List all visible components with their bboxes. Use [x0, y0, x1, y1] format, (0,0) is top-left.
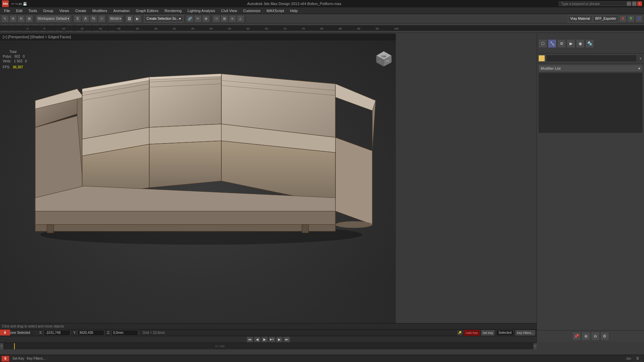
auto-key-button[interactable]: Auto Key [464, 330, 480, 336]
key-mode-button[interactable]: 🔑 [457, 330, 463, 336]
search-field[interactable]: Type a keyword or phrase [559, 1, 626, 6]
menu-create[interactable]: Create [72, 8, 89, 13]
svg-text:25: 25 [117, 27, 120, 30]
selected-badge: Selected [496, 330, 514, 336]
svg-text:FR: FR [386, 60, 389, 62]
menu-tools[interactable]: Tools [26, 8, 40, 13]
menu-civil-view[interactable]: Civil View [218, 8, 239, 13]
svg-marker-29 [149, 141, 221, 188]
separator5 [143, 15, 143, 22]
bind-to-space[interactable]: ⊕ [202, 15, 210, 22]
fps-counter-right: 0 [633, 356, 643, 362]
svg-text:5: 5 [44, 27, 45, 30]
set-key-button[interactable]: Set Key [481, 330, 495, 336]
menu-graph-editors[interactable]: Graph Editors [133, 8, 161, 13]
menu-lighting-analysis[interactable]: Lighting Analysis [185, 8, 218, 13]
vray-material-button[interactable]: Vray Material [568, 15, 592, 22]
coord-bar: 🔒 None Selected X: -1031,748 Y: 3620,435… [0, 329, 537, 336]
current-frame-box[interactable]: 6 [1, 356, 9, 362]
z-coord[interactable]: 0,0mm [111, 330, 138, 336]
menu-file[interactable]: File [1, 8, 13, 13]
timeline-track[interactable]: < 0 / 100 > [0, 343, 537, 349]
array-tool[interactable]: ⊞ [221, 15, 228, 22]
move-tool[interactable]: ✛ [9, 15, 17, 22]
create-panel-button[interactable]: ⬡ [538, 39, 547, 48]
y-coord[interactable]: 3620,435 [77, 330, 104, 336]
object-name-input[interactable] [546, 55, 637, 62]
menu-rendering[interactable]: Rendering [162, 8, 184, 13]
prev-frame-button[interactable]: ◀ [254, 337, 261, 343]
hierarchy-panel-button[interactable]: ⚙ [557, 39, 566, 48]
menu-customize[interactable]: Customize [240, 8, 263, 13]
separator8 [246, 15, 246, 22]
render-frame[interactable]: ▶ [134, 15, 141, 22]
viewport-canvas[interactable]: Total Polys: 602 0 Verts: 1 503 0 FPS: 9… [0, 40, 396, 342]
window-controls[interactable]: Type a keyword or phrase ─ □ × [559, 1, 642, 6]
minimize-button[interactable]: ─ [627, 1, 631, 6]
scale-tool[interactable]: ⊞ [25, 15, 33, 22]
select-tool[interactable]: ↖ [1, 15, 9, 22]
playback-controls: ⏮ ◀ ▶ ▶S ▶ ⏭ [0, 336, 537, 343]
rotate-tool[interactable]: ↻ [17, 15, 25, 22]
viewport-header: [+] [Perspective] [Shaded + Edged Faces] [0, 34, 396, 40]
bottom-status-bar: 6 Set Key Key Filters... Jan 0 [0, 355, 644, 362]
utilities-panel-button[interactable]: 🔩 [585, 39, 594, 48]
z-label: Z: [107, 331, 110, 335]
menu-group[interactable]: Group [40, 8, 56, 13]
x-coord[interactable]: -1031,748 [44, 330, 70, 336]
angle-snap[interactable]: A [82, 15, 89, 22]
xyz-y[interactable]: Y [627, 15, 635, 22]
close-button[interactable]: × [637, 1, 642, 6]
unlink-tool[interactable]: ✂ [194, 15, 202, 22]
xyz-z[interactable]: Z [635, 15, 643, 22]
render-setup[interactable]: 🖼 [126, 15, 133, 22]
mirror-tool[interactable]: ⊣ [213, 15, 220, 22]
quick-align[interactable]: ⊥ [237, 15, 244, 22]
play-selected-button[interactable]: ▶S [269, 337, 275, 343]
viewport-area: [+] [Perspective] [Shaded + Edged Faces]… [0, 34, 396, 342]
menu-animation[interactable]: Animation [111, 8, 132, 13]
snap-toggle[interactable]: S [74, 15, 81, 22]
svg-text:80: 80 [320, 27, 323, 30]
modifier-list-header[interactable]: Modifier List ▾ [538, 65, 643, 72]
modify-panel-button[interactable]: 🔧 [548, 39, 556, 48]
maximize-button[interactable]: □ [632, 1, 637, 6]
timeline-expand-left[interactable]: < [0, 343, 3, 349]
align-tool[interactable]: ≡ [229, 15, 236, 22]
link-tool[interactable]: 🔗 [186, 15, 194, 22]
svg-text:40: 40 [173, 27, 176, 30]
motion-panel-button[interactable]: ▶ [567, 39, 575, 48]
menu-maxscript[interactable]: MAXScript [264, 8, 287, 13]
go-to-end-button[interactable]: ⏭ [283, 337, 290, 343]
frame-number-display[interactable]: 6 [0, 329, 10, 336]
menu-modifiers[interactable]: Modifiers [90, 8, 110, 13]
menu-help[interactable]: Help [287, 8, 301, 13]
display-panel-button[interactable]: ◉ [576, 39, 585, 48]
polys-label: Polys: [3, 54, 12, 59]
menu-edit[interactable]: Edit [13, 8, 25, 13]
go-to-start-button[interactable]: ⏮ [247, 337, 253, 343]
svg-text:35: 35 [154, 27, 157, 30]
timeline-bar[interactable]: 0 / 100 [3, 343, 533, 349]
xyz-x[interactable]: X [619, 15, 627, 22]
next-frame-button[interactable]: ▶ [276, 337, 283, 343]
prompt-text: Click and drag to select and move object… [2, 324, 64, 328]
color-picker-button[interactable]: ▾ [638, 55, 643, 62]
configure-modifier-sets[interactable]: ⚙ [600, 332, 609, 341]
world-dropdown[interactable]: World ▾ [108, 15, 123, 22]
prompt-bar: Click and drag to select and move object… [0, 323, 537, 329]
workspace-dropdown[interactable]: Workspace: Default ▾ [36, 15, 71, 22]
remove-modifier-button[interactable]: ⊖ [591, 332, 600, 341]
menu-views[interactable]: Views [57, 8, 72, 13]
make-unique-button[interactable]: ⊕ [582, 332, 590, 341]
create-selection-button[interactable]: Create Selection Sc... ▾ [144, 15, 183, 22]
spinner-snap[interactable]: ☉ [98, 15, 105, 22]
timeline-expand-right[interactable]: > [533, 343, 537, 349]
pin-stack-button[interactable]: 📌 [572, 332, 581, 341]
play-button[interactable]: ▶ [261, 337, 268, 343]
key-filters-button[interactable]: Key Filters... [515, 330, 535, 336]
percent-snap[interactable]: % [90, 15, 97, 22]
bff-exporter-button[interactable]: BFF_Exporter [593, 15, 619, 22]
window-title: Autodesk 3ds Max Design 2013 x64 Bolton_… [30, 2, 559, 6]
object-color-swatch[interactable] [538, 55, 545, 62]
